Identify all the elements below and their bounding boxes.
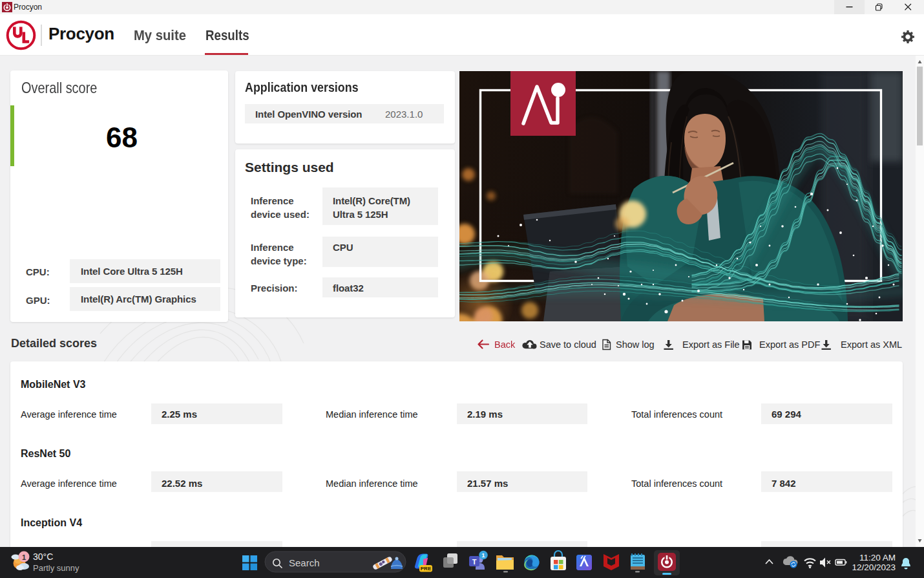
svg-text:PRE: PRE bbox=[421, 566, 432, 572]
svg-text:1: 1 bbox=[22, 553, 26, 561]
svg-text:11:20 AM: 11:20 AM bbox=[859, 553, 896, 562]
svg-text:Search: Search bbox=[289, 557, 320, 568]
svg-text:Partly sunny: Partly sunny bbox=[33, 563, 79, 573]
svg-text:30°C: 30°C bbox=[33, 551, 53, 562]
svg-text:12/20/2023: 12/20/2023 bbox=[852, 562, 896, 572]
svg-text:T: T bbox=[472, 558, 477, 566]
svg-text:1: 1 bbox=[481, 551, 485, 559]
